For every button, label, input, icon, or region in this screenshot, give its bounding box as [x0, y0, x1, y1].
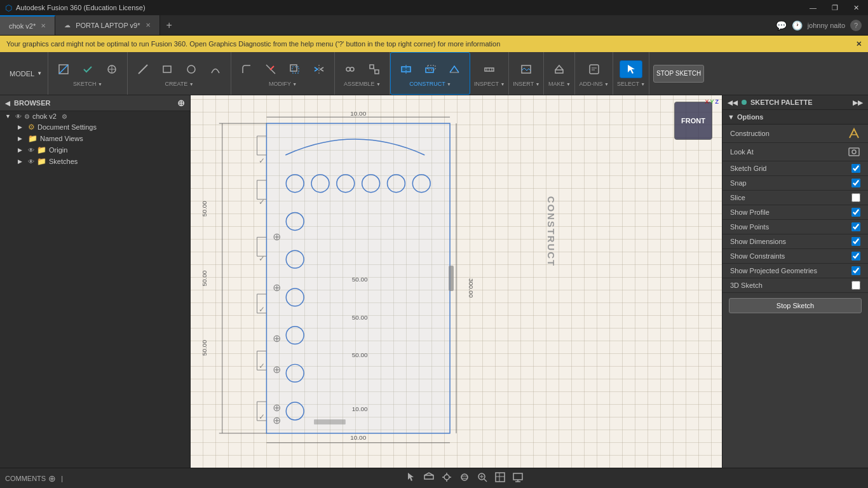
eye-icon[interactable]: 👁: [15, 113, 22, 120]
options-label: Options: [737, 113, 764, 121]
project-button[interactable]: [100, 60, 123, 78]
expand-palette-icon[interactable]: ▶▶: [853, 99, 863, 106]
options-section-header[interactable]: ▼ Options: [722, 110, 868, 125]
plane-at-angle-button[interactable]: [443, 60, 466, 78]
palette-row-showdimensions[interactable]: Show Dimensions: [722, 234, 868, 249]
line-button[interactable]: [132, 60, 154, 78]
showprofile-checkbox[interactable]: [851, 208, 860, 217]
browser-item-namedviews[interactable]: ▶ 📁 Named Views: [0, 133, 190, 144]
tab-chok[interactable]: chok v2* ✕: [0, 15, 55, 35]
browser-item-origin[interactable]: ▶ 👁 📁 Origin: [0, 144, 190, 156]
select-button[interactable]: [620, 60, 642, 78]
origin-expand[interactable]: ▶: [18, 147, 25, 153]
eye-origin-icon[interactable]: 👁: [28, 147, 34, 154]
fit-all-icon[interactable]: [423, 471, 435, 485]
settings-icon[interactable]: ⚙: [62, 113, 67, 120]
notification-icon[interactable]: 💬: [776, 20, 787, 30]
browser-item-root[interactable]: ▼ 👁 ⚙ chok v2 ⚙: [0, 111, 190, 121]
sketch-button[interactable]: [52, 60, 75, 78]
palette-row-showprofile[interactable]: Show Profile: [722, 205, 868, 220]
zoom-icon[interactable]: [477, 471, 488, 485]
showprojected-checkbox[interactable]: [851, 266, 860, 275]
showconstraints-checkbox[interactable]: [851, 252, 860, 261]
sketchgrid-checkbox[interactable]: [851, 164, 860, 173]
svg-text:50.00: 50.00: [201, 201, 208, 217]
midplane-button[interactable]: [395, 60, 417, 78]
finish-sketch-button[interactable]: [76, 60, 99, 78]
browser-collapse-icon[interactable]: ◀: [5, 100, 10, 107]
eye-sketches-icon[interactable]: 👁: [28, 158, 34, 165]
trim-button[interactable]: [259, 60, 282, 78]
3dprint-button[interactable]: [548, 60, 571, 78]
browser-item-docsettings[interactable]: ▶ ⚙ Document Settings: [0, 121, 190, 133]
sketches-expand[interactable]: ▶: [18, 158, 25, 165]
mirror-button[interactable]: [308, 60, 330, 78]
fillet-button[interactable]: [235, 60, 258, 78]
svg-point-36: [362, 175, 380, 193]
3dsketch-label: 3D Sketch: [730, 281, 763, 289]
orbit-icon[interactable]: [459, 471, 470, 485]
display-icon[interactable]: [512, 471, 524, 485]
showprojected-label: Show Projected Geometries: [730, 267, 817, 274]
warning-close-button[interactable]: ✕: [856, 40, 862, 48]
snap-checkbox[interactable]: [851, 179, 860, 187]
browser-item-sketches[interactable]: ▶ 👁 📁 Sketches: [0, 156, 190, 167]
joint-button[interactable]: [339, 60, 362, 78]
component-button[interactable]: [363, 60, 386, 78]
collapse-palette-icon[interactable]: ◀◀: [728, 99, 738, 106]
palette-row-slice[interactable]: Slice: [722, 191, 868, 205]
close-button[interactable]: ✕: [850, 3, 863, 13]
comments-label: COMMENTS: [5, 475, 46, 482]
docsettings-expand[interactable]: ▶: [18, 124, 25, 130]
palette-row-showprojected[interactable]: Show Projected Geometries: [722, 264, 868, 278]
palette-row-snap[interactable]: Snap: [722, 176, 868, 191]
palette-row-showpoints[interactable]: Show Points: [722, 220, 868, 234]
palette-row-3dsketch[interactable]: 3D Sketch: [722, 278, 868, 293]
construct-section-label: CONSTRUCT ▼: [409, 81, 451, 87]
measure-button[interactable]: [478, 60, 501, 78]
arc-button[interactable]: [204, 60, 227, 78]
snap-label: Snap: [730, 179, 747, 187]
folder-icon: 📁: [28, 134, 37, 143]
minimize-button[interactable]: —: [806, 3, 820, 13]
cursor-mode-icon[interactable]: [405, 471, 417, 485]
namedviews-expand[interactable]: ▶: [18, 135, 25, 142]
grid-icon[interactable]: [494, 471, 506, 485]
expand-icon[interactable]: ▼: [5, 113, 13, 119]
palette-row-showconstraints[interactable]: Show Constraints: [722, 249, 868, 264]
showdimensions-checkbox[interactable]: [851, 237, 860, 246]
restore-button[interactable]: ❐: [828, 3, 842, 13]
add-tab-button[interactable]: +: [160, 15, 179, 35]
viewcube[interactable]: FRONT X Y Z: [671, 102, 715, 146]
tab-porta-close-icon[interactable]: ✕: [146, 22, 151, 29]
stop-sketch-toolbar-button[interactable]: STOP SKETCH: [653, 65, 704, 83]
offset-plane-button[interactable]: [419, 60, 442, 78]
tab-chok-close-icon[interactable]: ✕: [41, 22, 46, 29]
offset-button[interactable]: [283, 60, 306, 78]
model-dropdown[interactable]: MODEL ▼: [9, 65, 43, 83]
browser-add-icon[interactable]: ⊕: [177, 98, 185, 108]
svg-text:✓: ✓: [259, 412, 265, 421]
canvas-area[interactable]: ✓ ✓ ✓ ✓ ✓ ✓ 50.00 50.00 50.00 10.00: [191, 95, 722, 468]
scripts-button[interactable]: [583, 60, 606, 78]
svg-line-1: [59, 65, 68, 74]
stop-sketch-button[interactable]: Stop Sketch: [729, 298, 862, 313]
circle-button[interactable]: [180, 60, 203, 78]
add-comment-icon[interactable]: ⊕: [48, 473, 56, 484]
palette-row-construction[interactable]: Construction: [722, 125, 868, 143]
insert-image-button[interactable]: [515, 60, 538, 78]
showpoints-checkbox[interactable]: [851, 222, 860, 231]
rectangle-button[interactable]: [156, 60, 179, 78]
user-name[interactable]: johnny naito: [808, 22, 845, 29]
sketch-canvas[interactable]: ✓ ✓ ✓ ✓ ✓ ✓ 50.00 50.00 50.00 10.00: [191, 95, 722, 468]
pan-icon[interactable]: [441, 471, 452, 485]
sketches-folder-icon: 📁: [37, 157, 46, 166]
user-time-icon[interactable]: 🕐: [792, 20, 803, 30]
3dsketch-checkbox[interactable]: [851, 281, 860, 290]
tab-porta[interactable]: ☁ PORTA LAPTOP v9* ✕: [55, 15, 159, 35]
help-button[interactable]: ?: [850, 20, 862, 31]
svg-text:50.00: 50.00: [201, 270, 208, 286]
slice-checkbox[interactable]: [851, 193, 860, 202]
palette-row-lookat[interactable]: Look At: [722, 143, 868, 161]
palette-row-sketchgrid[interactable]: Sketch Grid: [722, 161, 868, 176]
